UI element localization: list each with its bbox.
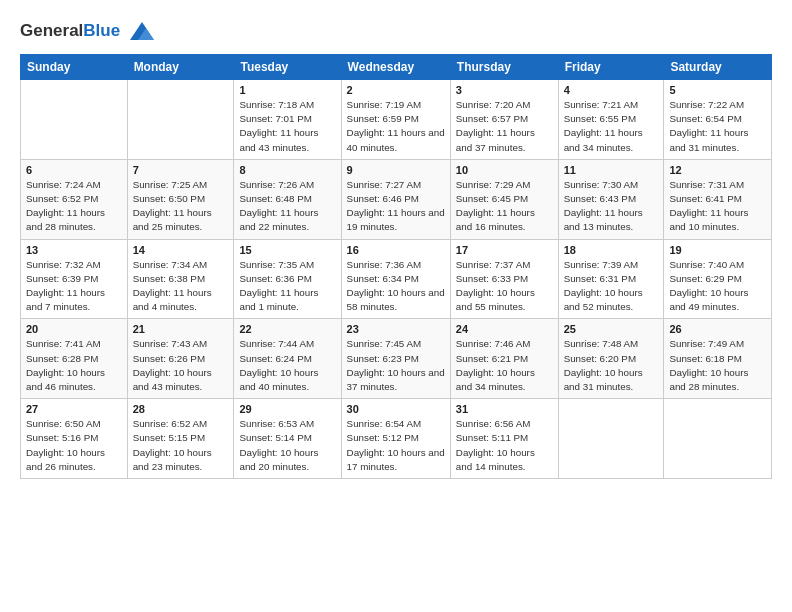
calendar-cell: 17Sunrise: 7:37 AMSunset: 6:33 PMDayligh…	[450, 239, 558, 319]
calendar-cell	[664, 399, 772, 479]
calendar-cell: 5Sunrise: 7:22 AMSunset: 6:54 PMDaylight…	[664, 80, 772, 160]
sunset-text: Sunset: 6:39 PM	[26, 273, 98, 284]
daylight-text: Daylight: 11 hours and 10 minutes.	[669, 207, 748, 232]
sunset-text: Sunset: 5:15 PM	[133, 432, 205, 443]
sunset-text: Sunset: 6:57 PM	[456, 113, 528, 124]
daylight-text: Daylight: 11 hours and 13 minutes.	[564, 207, 643, 232]
sunset-text: Sunset: 6:31 PM	[564, 273, 636, 284]
daylight-text: Daylight: 10 hours and 52 minutes.	[564, 287, 643, 312]
weekday-header: Monday	[127, 55, 234, 80]
day-info: Sunrise: 7:48 AMSunset: 6:20 PMDaylight:…	[564, 337, 659, 394]
sunrise-text: Sunrise: 6:54 AM	[347, 418, 422, 429]
calendar-cell: 13Sunrise: 7:32 AMSunset: 6:39 PMDayligh…	[21, 239, 128, 319]
day-info: Sunrise: 7:25 AMSunset: 6:50 PMDaylight:…	[133, 178, 229, 235]
day-info: Sunrise: 7:22 AMSunset: 6:54 PMDaylight:…	[669, 98, 766, 155]
calendar-cell: 18Sunrise: 7:39 AMSunset: 6:31 PMDayligh…	[558, 239, 664, 319]
calendar-cell: 19Sunrise: 7:40 AMSunset: 6:29 PMDayligh…	[664, 239, 772, 319]
day-info: Sunrise: 7:27 AMSunset: 6:46 PMDaylight:…	[347, 178, 445, 235]
sunrise-text: Sunrise: 7:40 AM	[669, 259, 744, 270]
sunrise-text: Sunrise: 6:50 AM	[26, 418, 101, 429]
day-number: 25	[564, 323, 659, 335]
sunrise-text: Sunrise: 7:30 AM	[564, 179, 639, 190]
daylight-text: Daylight: 10 hours and 55 minutes.	[456, 287, 535, 312]
calendar-cell: 26Sunrise: 7:49 AMSunset: 6:18 PMDayligh…	[664, 319, 772, 399]
weekday-header: Sunday	[21, 55, 128, 80]
daylight-text: Daylight: 11 hours and 43 minutes.	[239, 127, 318, 152]
sunrise-text: Sunrise: 7:25 AM	[133, 179, 208, 190]
day-info: Sunrise: 7:37 AMSunset: 6:33 PMDaylight:…	[456, 258, 553, 315]
day-number: 13	[26, 244, 122, 256]
sunset-text: Sunset: 5:12 PM	[347, 432, 419, 443]
calendar-cell: 21Sunrise: 7:43 AMSunset: 6:26 PMDayligh…	[127, 319, 234, 399]
calendar-cell: 31Sunrise: 6:56 AMSunset: 5:11 PMDayligh…	[450, 399, 558, 479]
calendar-week-row: 1Sunrise: 7:18 AMSunset: 7:01 PMDaylight…	[21, 80, 772, 160]
calendar-week-row: 13Sunrise: 7:32 AMSunset: 6:39 PMDayligh…	[21, 239, 772, 319]
day-info: Sunrise: 7:24 AMSunset: 6:52 PMDaylight:…	[26, 178, 122, 235]
sunset-text: Sunset: 5:11 PM	[456, 432, 528, 443]
day-info: Sunrise: 7:40 AMSunset: 6:29 PMDaylight:…	[669, 258, 766, 315]
daylight-text: Daylight: 10 hours and 14 minutes.	[456, 447, 535, 472]
day-info: Sunrise: 7:49 AMSunset: 6:18 PMDaylight:…	[669, 337, 766, 394]
day-number: 6	[26, 164, 122, 176]
day-number: 31	[456, 403, 553, 415]
day-info: Sunrise: 7:35 AMSunset: 6:36 PMDaylight:…	[239, 258, 335, 315]
calendar-week-row: 6Sunrise: 7:24 AMSunset: 6:52 PMDaylight…	[21, 159, 772, 239]
logo: GeneralBlue	[20, 18, 156, 44]
daylight-text: Daylight: 11 hours and 7 minutes.	[26, 287, 105, 312]
daylight-text: Daylight: 11 hours and 19 minutes.	[347, 207, 445, 232]
sunset-text: Sunset: 6:52 PM	[26, 193, 98, 204]
sunrise-text: Sunrise: 7:45 AM	[347, 338, 422, 349]
day-number: 7	[133, 164, 229, 176]
daylight-text: Daylight: 10 hours and 37 minutes.	[347, 367, 445, 392]
sunrise-text: Sunrise: 7:36 AM	[347, 259, 422, 270]
day-number: 19	[669, 244, 766, 256]
day-info: Sunrise: 6:56 AMSunset: 5:11 PMDaylight:…	[456, 417, 553, 474]
sunset-text: Sunset: 6:38 PM	[133, 273, 205, 284]
daylight-text: Daylight: 10 hours and 40 minutes.	[239, 367, 318, 392]
sunrise-text: Sunrise: 7:48 AM	[564, 338, 639, 349]
day-number: 9	[347, 164, 445, 176]
daylight-text: Daylight: 10 hours and 20 minutes.	[239, 447, 318, 472]
sunset-text: Sunset: 6:50 PM	[133, 193, 205, 204]
day-info: Sunrise: 7:29 AMSunset: 6:45 PMDaylight:…	[456, 178, 553, 235]
sunrise-text: Sunrise: 6:56 AM	[456, 418, 531, 429]
day-info: Sunrise: 7:45 AMSunset: 6:23 PMDaylight:…	[347, 337, 445, 394]
sunset-text: Sunset: 5:14 PM	[239, 432, 311, 443]
sunrise-text: Sunrise: 7:39 AM	[564, 259, 639, 270]
sunrise-text: Sunrise: 7:32 AM	[26, 259, 101, 270]
calendar-cell: 12Sunrise: 7:31 AMSunset: 6:41 PMDayligh…	[664, 159, 772, 239]
daylight-text: Daylight: 11 hours and 1 minute.	[239, 287, 318, 312]
sunset-text: Sunset: 6:21 PM	[456, 353, 528, 364]
sunrise-text: Sunrise: 7:46 AM	[456, 338, 531, 349]
sunrise-text: Sunrise: 7:44 AM	[239, 338, 314, 349]
calendar-week-row: 27Sunrise: 6:50 AMSunset: 5:16 PMDayligh…	[21, 399, 772, 479]
weekday-header-row: SundayMondayTuesdayWednesdayThursdayFrid…	[21, 55, 772, 80]
day-number: 3	[456, 84, 553, 96]
day-info: Sunrise: 6:54 AMSunset: 5:12 PMDaylight:…	[347, 417, 445, 474]
page-header: GeneralBlue	[20, 18, 772, 44]
day-info: Sunrise: 7:34 AMSunset: 6:38 PMDaylight:…	[133, 258, 229, 315]
sunrise-text: Sunrise: 7:18 AM	[239, 99, 314, 110]
daylight-text: Daylight: 10 hours and 23 minutes.	[133, 447, 212, 472]
logo-text: GeneralBlue	[20, 21, 120, 41]
daylight-text: Daylight: 11 hours and 25 minutes.	[133, 207, 212, 232]
calendar-cell: 22Sunrise: 7:44 AMSunset: 6:24 PMDayligh…	[234, 319, 341, 399]
sunrise-text: Sunrise: 7:24 AM	[26, 179, 101, 190]
calendar-cell: 27Sunrise: 6:50 AMSunset: 5:16 PMDayligh…	[21, 399, 128, 479]
calendar-week-row: 20Sunrise: 7:41 AMSunset: 6:28 PMDayligh…	[21, 319, 772, 399]
sunset-text: Sunset: 6:20 PM	[564, 353, 636, 364]
day-number: 2	[347, 84, 445, 96]
calendar-cell: 20Sunrise: 7:41 AMSunset: 6:28 PMDayligh…	[21, 319, 128, 399]
sunset-text: Sunset: 6:59 PM	[347, 113, 419, 124]
calendar-cell: 8Sunrise: 7:26 AMSunset: 6:48 PMDaylight…	[234, 159, 341, 239]
sunset-text: Sunset: 6:55 PM	[564, 113, 636, 124]
daylight-text: Daylight: 11 hours and 22 minutes.	[239, 207, 318, 232]
day-info: Sunrise: 7:20 AMSunset: 6:57 PMDaylight:…	[456, 98, 553, 155]
day-number: 18	[564, 244, 659, 256]
sunset-text: Sunset: 6:28 PM	[26, 353, 98, 364]
calendar-cell: 1Sunrise: 7:18 AMSunset: 7:01 PMDaylight…	[234, 80, 341, 160]
day-number: 24	[456, 323, 553, 335]
day-info: Sunrise: 7:19 AMSunset: 6:59 PMDaylight:…	[347, 98, 445, 155]
daylight-text: Daylight: 10 hours and 58 minutes.	[347, 287, 445, 312]
sunset-text: Sunset: 7:01 PM	[239, 113, 311, 124]
